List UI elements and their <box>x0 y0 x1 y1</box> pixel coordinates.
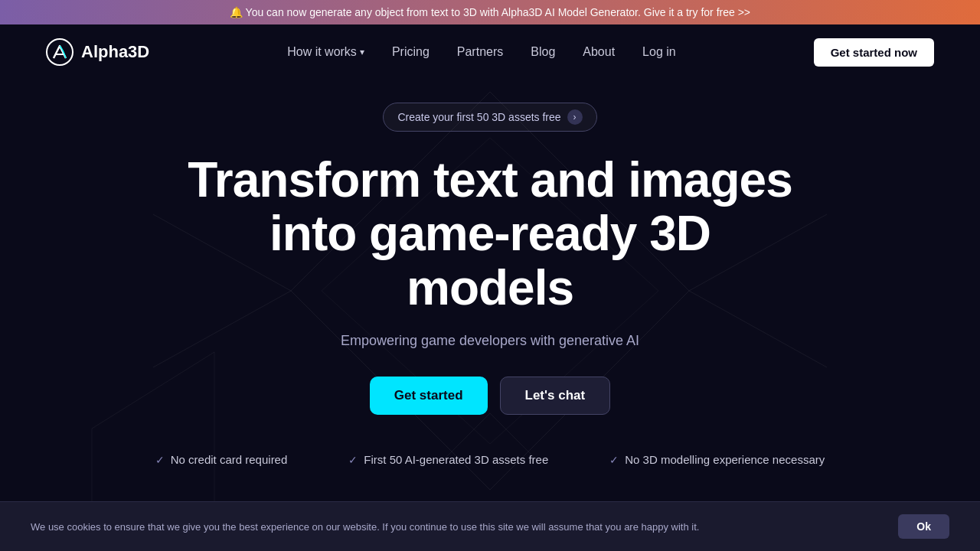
feature-item-1: ✓ No credit card required <box>155 453 288 466</box>
svg-point-0 <box>47 39 73 65</box>
feature-label-3: No 3D modelling experience necessary <box>625 453 825 466</box>
check-icon-1: ✓ <box>155 454 165 466</box>
hero-subtitle: Empowering game developers with generati… <box>341 333 639 349</box>
top-banner: 🔔 You can now generate any object from t… <box>0 0 980 24</box>
nav-get-started-button[interactable]: Get started now <box>814 38 934 67</box>
banner-text: You can now generate any object from tex… <box>246 6 750 18</box>
feature-label-2: First 50 AI-generated 3D assets free <box>364 453 548 466</box>
banner-emoji: 🔔 <box>230 6 243 18</box>
check-icon-2: ✓ <box>348 454 358 466</box>
logo[interactable]: Alpha3D <box>46 38 149 66</box>
hero-badge[interactable]: Create your first 50 3D assets free › <box>383 103 596 132</box>
chevron-down-icon: ▾ <box>360 47 364 57</box>
check-icon-3: ✓ <box>609 454 619 466</box>
navbar: Alpha3D How it works ▾ Pricing Partners … <box>0 24 980 80</box>
nav-links: How it works ▾ Pricing Partners Blog Abo… <box>287 45 676 59</box>
nav-login[interactable]: Log in <box>642 45 676 59</box>
badge-arrow-icon: › <box>567 109 583 125</box>
nav-about[interactable]: About <box>583 45 615 59</box>
feature-label-1: No credit card required <box>171 453 288 466</box>
hero-buttons: Get started Let's chat <box>370 377 610 415</box>
nav-partners[interactable]: Partners <box>457 45 503 59</box>
badge-text: Create your first 50 3D assets free <box>397 111 560 123</box>
get-started-button[interactable]: Get started <box>370 377 488 415</box>
hero-section: Create your first 50 3D assets free › Tr… <box>0 80 980 466</box>
logo-icon <box>46 38 74 66</box>
feature-item-3: ✓ No 3D modelling experience necessary <box>609 453 825 466</box>
nav-how-it-works[interactable]: How it works ▾ <box>287 45 364 59</box>
nav-blog[interactable]: Blog <box>531 45 555 59</box>
nav-pricing[interactable]: Pricing <box>392 45 430 59</box>
lets-chat-button[interactable]: Let's chat <box>500 377 611 415</box>
cookie-ok-button[interactable]: Ok <box>898 514 949 539</box>
logo-text: Alpha3D <box>81 42 149 62</box>
hero-title: Transform text and images into game-read… <box>184 153 796 315</box>
feature-item-2: ✓ First 50 AI-generated 3D assets free <box>348 453 548 466</box>
cookie-text: We use cookies to ensure that we give yo… <box>31 521 699 533</box>
features-row: ✓ No credit card required ✓ First 50 AI-… <box>155 453 825 466</box>
cookie-banner: We use cookies to ensure that we give yo… <box>0 501 980 551</box>
